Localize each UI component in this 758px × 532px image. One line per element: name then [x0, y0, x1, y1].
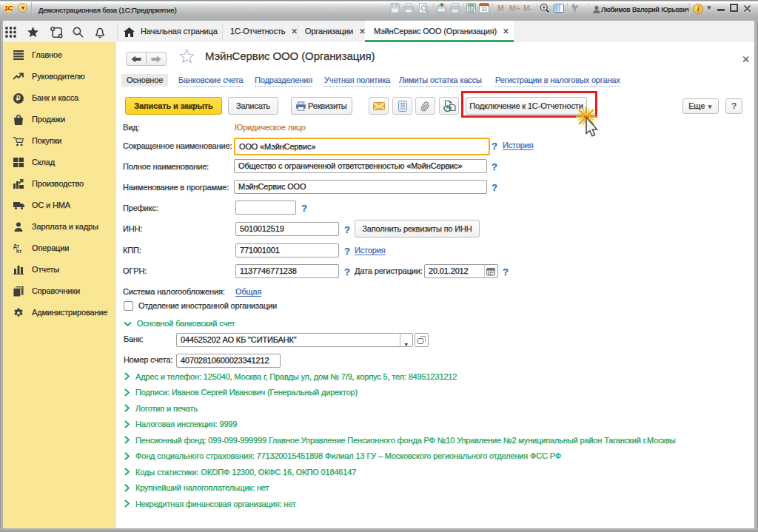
svg-text:31: 31: [481, 6, 487, 13]
svg-text:M: M: [497, 4, 504, 13]
svg-text:₽: ₽: [16, 94, 21, 102]
svg-text:Кт: Кт: [16, 249, 21, 254]
svg-text:M+: M+: [509, 4, 520, 13]
svg-text:M-: M-: [523, 4, 533, 13]
